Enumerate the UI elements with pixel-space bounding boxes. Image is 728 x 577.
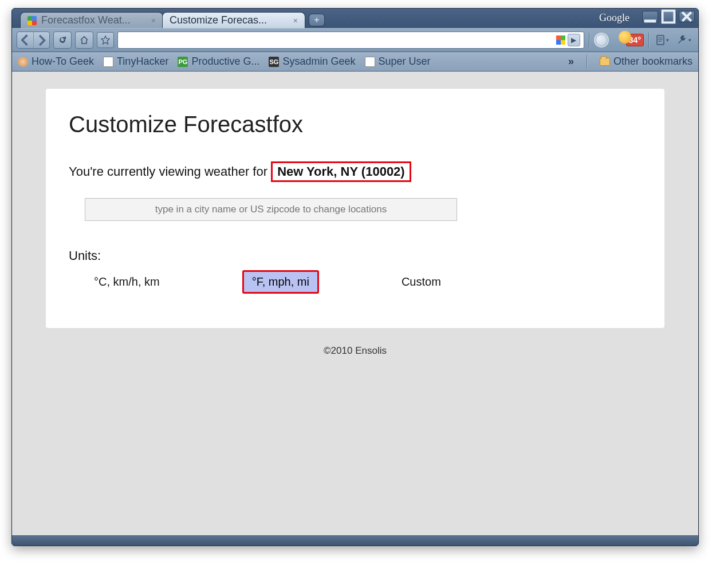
search-icon[interactable] <box>594 33 609 48</box>
unit-option-metric[interactable]: °C, km/h, km <box>86 272 168 292</box>
tab-strip: Forecastfox Weat... × Customize Forecas.… <box>20 9 325 28</box>
brand-label: Google <box>599 12 629 24</box>
location-input[interactable] <box>85 198 457 221</box>
bookmark-star-button[interactable] <box>97 32 114 48</box>
toolbar: ▶ 34° ▾ ▾ <box>12 28 698 52</box>
reload-button[interactable] <box>53 31 72 49</box>
bookmark-label: Super User <box>379 56 431 68</box>
separator <box>589 33 589 48</box>
close-icon[interactable]: × <box>293 16 298 25</box>
bookmark-icon <box>18 57 28 67</box>
titlebar: Forecastfox Weat... × Customize Forecas.… <box>12 9 698 28</box>
close-icon[interactable]: × <box>151 16 156 25</box>
separator <box>587 55 587 69</box>
bookmark-label: Sysadmin Geek <box>282 56 355 68</box>
units-label: Units: <box>69 248 642 263</box>
current-location-value: New York, NY (10002) <box>271 161 411 182</box>
nav-buttons <box>17 31 50 49</box>
page-menu-button[interactable]: ▾ <box>654 35 671 45</box>
window-bottom-border <box>12 535 698 546</box>
bookmark-icon <box>103 57 113 67</box>
svg-rect-2 <box>657 35 664 45</box>
window-controls <box>642 11 695 22</box>
bookmark-label: TinyHacker <box>117 56 168 68</box>
new-tab-button[interactable]: + <box>309 14 325 26</box>
other-bookmarks-label: Other bookmarks <box>613 56 692 68</box>
weather-badge[interactable]: 34° <box>626 34 644 46</box>
page-footer: ©2010 Ensolis <box>324 345 387 357</box>
unit-option-custom[interactable]: Custom <box>393 272 449 292</box>
svg-rect-1 <box>663 11 675 23</box>
home-button[interactable] <box>75 31 93 49</box>
folder-icon <box>600 58 610 66</box>
url-input[interactable] <box>123 35 556 45</box>
separator <box>648 33 649 48</box>
bookmark-icon: PG <box>178 57 188 67</box>
window-close-button[interactable] <box>679 11 695 22</box>
tab-title: Customize Forecas... <box>170 14 267 26</box>
bookmarks-bar: How-To Geek TinyHacker PG Productive G..… <box>12 52 698 72</box>
wrench-menu-button[interactable]: ▾ <box>675 35 694 45</box>
bookmark-item[interactable]: SG Sysadmin Geek <box>269 56 355 68</box>
bookmark-label: Productive G... <box>191 56 259 68</box>
tab-active[interactable]: Customize Forecas... × <box>162 12 305 28</box>
tab-inactive[interactable]: Forecastfox Weat... × <box>20 12 163 28</box>
bookmarks-overflow-button[interactable]: » <box>568 56 574 68</box>
units-options: °C, km/h, km °F, mph, mi Custom <box>69 270 642 294</box>
chevron-down-icon: ▾ <box>666 37 669 43</box>
site-icon <box>556 35 565 45</box>
unit-option-imperial[interactable]: °F, mph, mi <box>242 270 319 294</box>
minimize-button[interactable] <box>642 11 658 22</box>
bookmark-icon <box>365 57 375 67</box>
temperature-value: 34° <box>629 35 641 45</box>
favicon-icon <box>27 16 37 25</box>
settings-card: Customize Forecastfox You're currently v… <box>46 89 664 328</box>
forward-button[interactable] <box>33 32 49 48</box>
browser-window: Forecastfox Weat... × Customize Forecas.… <box>11 8 699 546</box>
bookmark-item[interactable]: PG Productive G... <box>178 56 259 68</box>
address-bar[interactable]: ▶ <box>117 31 584 49</box>
back-button[interactable] <box>17 32 33 48</box>
tab-title: Forecastfox Weat... <box>41 14 131 26</box>
bookmark-label: How-To Geek <box>32 56 94 68</box>
bookmark-item[interactable]: How-To Geek <box>18 56 94 68</box>
svg-rect-0 <box>644 19 656 22</box>
go-button[interactable]: ▶ <box>568 34 580 46</box>
bookmark-item[interactable]: Super User <box>365 56 431 68</box>
page-heading: Customize Forecastfox <box>69 112 642 137</box>
viewing-prefix: You're currently viewing weather for <box>69 164 271 179</box>
current-location-line: You're currently viewing weather for New… <box>69 161 642 182</box>
bookmark-icon: SG <box>269 57 279 67</box>
maximize-button[interactable] <box>660 11 676 22</box>
chevron-down-icon: ▾ <box>688 37 691 43</box>
bookmark-item[interactable]: TinyHacker <box>103 56 168 68</box>
page-viewport: Customize Forecastfox You're currently v… <box>12 72 698 535</box>
other-bookmarks-button[interactable]: Other bookmarks <box>600 56 692 68</box>
